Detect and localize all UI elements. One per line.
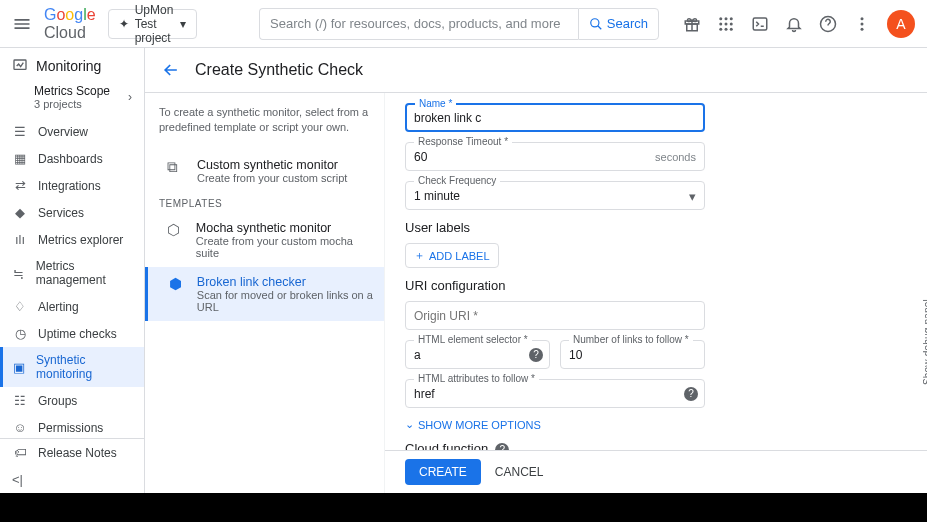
integrations-icon: ⇄ — [12, 178, 28, 193]
menu-icon[interactable] — [12, 14, 32, 34]
timeout-input[interactable] — [414, 148, 696, 166]
attr-field[interactable]: HTML attributes to follow * ? — [405, 379, 705, 408]
nav-permissions[interactable]: ☺Permissions — [0, 414, 144, 438]
nav-dashboards[interactable]: ▦Dashboards — [0, 145, 144, 172]
svg-point-12 — [730, 27, 733, 30]
bell-icon[interactable] — [785, 15, 803, 33]
back-arrow-icon[interactable] — [161, 60, 181, 80]
monitoring-icon — [12, 58, 28, 74]
gcp-logo[interactable]: Google Cloud — [44, 6, 96, 42]
permissions-icon: ☺ — [12, 420, 28, 435]
synthetic-icon: ▣ — [12, 360, 26, 375]
add-label-button[interactable]: ＋ ADD LABEL — [405, 243, 499, 268]
caret-down-icon: ▾ — [689, 188, 696, 203]
uri-config-header: URI configuration — [405, 278, 705, 293]
nav-integrations[interactable]: ⇄Integrations — [0, 172, 144, 199]
avatar[interactable]: A — [887, 10, 915, 38]
intro-text: To create a synthetic monitor, select fr… — [159, 105, 376, 136]
links-field[interactable]: Number of links to follow * — [560, 340, 705, 369]
debug-panel-tab[interactable]: Show debug panel — [920, 293, 928, 391]
collapse-nav[interactable]: <| — [0, 466, 144, 493]
help-icon[interactable] — [819, 15, 837, 33]
svg-point-7 — [719, 22, 722, 25]
create-button[interactable]: CREATE — [405, 459, 481, 485]
page-title: Create Synthetic Check — [195, 61, 363, 79]
timeout-field[interactable]: Response Timeout * seconds — [405, 142, 705, 171]
form-panel: Name * Response Timeout * seconds Check … — [385, 93, 927, 493]
svg-rect-13 — [753, 18, 767, 30]
svg-point-15 — [861, 17, 864, 20]
project-name: UpMon Test project — [135, 3, 174, 45]
chevron-down-icon: ⌄ — [405, 418, 414, 431]
mgmt-icon: ≒ — [12, 266, 26, 281]
nav-alerting[interactable]: ♢Alerting — [0, 293, 144, 320]
alerting-icon: ♢ — [12, 299, 28, 314]
plus-icon: ＋ — [414, 248, 425, 263]
caret-down-icon: ▾ — [180, 17, 186, 31]
search-input[interactable] — [259, 8, 578, 40]
svg-point-9 — [730, 22, 733, 25]
selector-input[interactable] — [414, 346, 541, 364]
templates-panel: To create a synthetic monitor, select fr… — [145, 93, 385, 493]
svg-line-1 — [598, 25, 602, 29]
nav-services[interactable]: ◆Services — [0, 199, 144, 226]
template-mocha[interactable]: ⬡ Mocha synthetic monitor Create from yo… — [159, 213, 376, 267]
template-broken-link[interactable]: ⬢ Broken link checker Scan for moved or … — [145, 267, 384, 321]
mocha-icon: ⬡ — [167, 221, 186, 259]
svg-point-4 — [719, 17, 722, 20]
terminal-icon[interactable] — [751, 15, 769, 33]
release-icon: 🏷 — [12, 445, 28, 460]
help-icon[interactable]: ? — [529, 348, 543, 362]
help-icon[interactable]: ? — [684, 387, 698, 401]
svg-point-16 — [861, 22, 864, 25]
chevron-right-icon: › — [128, 90, 132, 104]
nav-metrics-explorer[interactable]: ılıMetrics explorer — [0, 226, 144, 253]
svg-point-17 — [861, 27, 864, 30]
svg-point-10 — [719, 27, 722, 30]
show-more-options[interactable]: ⌄ SHOW MORE OPTIONS — [405, 418, 705, 431]
svg-point-5 — [725, 17, 728, 20]
more-icon[interactable] — [853, 15, 871, 33]
frequency-field[interactable]: Check Frequency 1 minute ▾ — [405, 181, 705, 210]
uptime-icon: ◷ — [12, 326, 28, 341]
user-labels-header: User labels — [405, 220, 705, 235]
top-bar: Google Cloud ✦ UpMon Test project ▾ Sear… — [0, 0, 927, 48]
product-title: Monitoring — [0, 48, 144, 80]
dashboards-icon: ▦ — [12, 151, 28, 166]
svg-point-0 — [591, 18, 599, 26]
selector-field[interactable]: HTML element selector * ? — [405, 340, 550, 369]
overview-icon: ☰ — [12, 124, 28, 139]
cancel-button[interactable]: CANCEL — [495, 459, 544, 485]
broken-link-icon: ⬢ — [169, 275, 187, 313]
nav-overview[interactable]: ☰Overview — [0, 118, 144, 145]
left-nav: Monitoring Metrics Scope 3 projects › ☰O… — [0, 48, 145, 493]
metrics-scope[interactable]: Metrics Scope 3 projects › — [0, 80, 144, 118]
origin-uri-input[interactable] — [414, 307, 696, 325]
svg-point-11 — [725, 27, 728, 30]
template-custom[interactable]: ⧉ Custom synthetic monitor Create from y… — [159, 150, 376, 192]
search-button[interactable]: Search — [578, 8, 659, 40]
name-input[interactable] — [414, 109, 696, 127]
links-input[interactable] — [569, 346, 696, 364]
name-field[interactable]: Name * — [405, 103, 705, 132]
nav-metrics-management[interactable]: ≒Metrics management — [0, 253, 144, 293]
gift-icon[interactable] — [683, 15, 701, 33]
svg-point-6 — [730, 17, 733, 20]
project-selector[interactable]: ✦ UpMon Test project ▾ — [108, 9, 197, 39]
templates-header: TEMPLATES — [159, 198, 376, 209]
svg-point-8 — [725, 22, 728, 25]
footer-bar: CREATE CANCEL — [385, 450, 927, 493]
nav-release-notes[interactable]: 🏷Release Notes — [0, 439, 144, 466]
custom-icon: ⧉ — [167, 158, 187, 184]
nav-synthetic[interactable]: ▣Synthetic monitoring — [0, 347, 144, 387]
apps-icon[interactable] — [717, 15, 735, 33]
explorer-icon: ılı — [12, 232, 28, 247]
project-icon: ✦ — [119, 17, 129, 31]
groups-icon: ☷ — [12, 393, 28, 408]
nav-uptime[interactable]: ◷Uptime checks — [0, 320, 144, 347]
attr-input[interactable] — [414, 385, 696, 403]
origin-uri-field[interactable] — [405, 301, 705, 330]
services-icon: ◆ — [12, 205, 28, 220]
nav-groups[interactable]: ☷Groups — [0, 387, 144, 414]
